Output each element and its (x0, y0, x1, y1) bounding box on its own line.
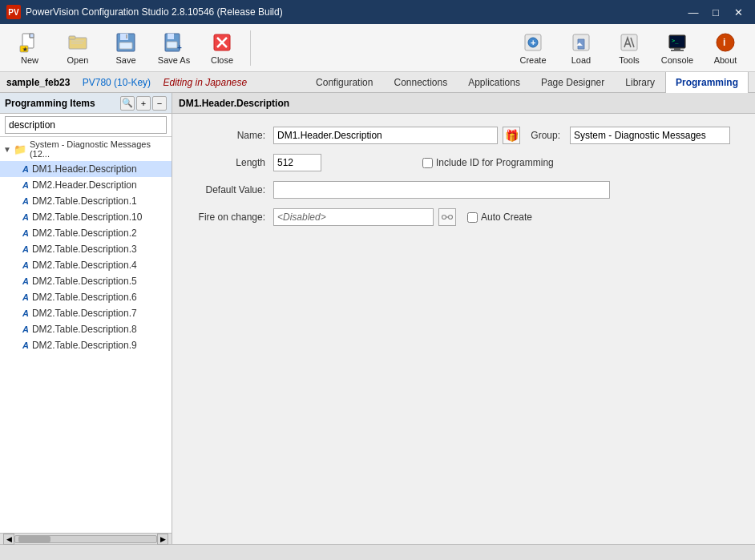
fire-on-change-row: Fire on change: Auto Create (185, 208, 742, 226)
search-panel-button[interactable]: 🔍 (120, 96, 135, 111)
default-value-row: Default Value: (185, 181, 742, 199)
tab-page-designer[interactable]: Page Designer (531, 72, 615, 93)
editing-label: Editing in Japanese (163, 77, 247, 88)
item-label: DM2.Table.Description.10 (32, 212, 142, 223)
search-input[interactable] (5, 116, 167, 134)
item-icon: A (22, 164, 29, 174)
item-label: DM2.Table.Description.9 (32, 340, 137, 351)
svg-rect-4 (69, 36, 75, 39)
tab-applications[interactable]: Applications (458, 72, 531, 93)
list-item[interactable]: A DM2.Table.Description.7 (0, 305, 172, 321)
include-id-checkbox[interactable] (422, 158, 433, 168)
name-gift-button[interactable]: 🎁 (503, 127, 520, 144)
default-value-input[interactable] (273, 181, 610, 199)
tab-library[interactable]: Library (615, 72, 665, 93)
scroll-right-button[interactable]: ▶ (157, 534, 168, 545)
item-icon: A (22, 212, 29, 222)
close-icon (211, 31, 233, 54)
title-bar-left: PV PowerVision Configuration Studio 2.8.… (6, 5, 283, 19)
item-label: DM2.Header.Description (32, 179, 137, 191)
left-panel-toolbar: 🔍 + − (120, 96, 167, 111)
window-close-button[interactable]: ✕ (728, 4, 749, 20)
left-panel: Programming Items 🔍 + − ▼ 📁 System - Dia… (0, 93, 172, 544)
tab-programming[interactable]: Programming (665, 72, 749, 93)
nav-bar: sample_feb23 PV780 (10-Key) Editing in J… (0, 72, 755, 93)
programming-items-title: Programming Items (5, 98, 120, 109)
item-label: DM2.Table.Description.3 (32, 244, 137, 255)
detail-header-title: DM1.Header.Description (179, 98, 289, 109)
pv-model: PV780 (10-Key) (83, 77, 151, 88)
new-icon: ★ (18, 31, 41, 54)
save-label: Save (115, 55, 135, 65)
nav-left: sample_feb23 PV780 (10-Key) Editing in J… (6, 77, 305, 88)
svg-rect-10 (126, 34, 127, 38)
tab-connections[interactable]: Connections (383, 72, 458, 93)
title-bar-controls: — □ ✕ (683, 4, 749, 20)
open-icon (67, 31, 89, 54)
svg-text:+: + (531, 38, 535, 47)
name-input[interactable] (273, 127, 498, 144)
saveas-icon: + (163, 31, 185, 54)
tree-expand-icon: ▼ (3, 145, 11, 154)
list-item[interactable]: A DM2.Table.Description.8 (0, 321, 172, 337)
fire-on-change-input[interactable] (273, 208, 434, 226)
item-label: DM1.Header.Description (32, 163, 137, 175)
list-item[interactable]: A DM2.Table.Description.10 (0, 209, 172, 225)
svg-point-32 (449, 216, 453, 220)
auto-create-row: Auto Create (467, 212, 532, 223)
group-input[interactable] (570, 127, 730, 144)
list-item[interactable]: A DM2.Table.Description.4 (0, 257, 172, 273)
list-item[interactable]: A DM2.Table.Description.9 (0, 337, 172, 353)
scrollbar-thumb (18, 536, 50, 542)
horizontal-scrollbar[interactable] (14, 535, 157, 543)
about-label: About (714, 55, 737, 65)
item-icon: A (22, 340, 29, 350)
list-item[interactable]: A DM2.Header.Description (0, 177, 172, 193)
list-item[interactable]: A DM1.Header.Description (0, 161, 172, 177)
minimize-button[interactable]: — (683, 4, 704, 20)
svg-text:★: ★ (22, 46, 28, 52)
about-button[interactable]: i About (702, 27, 749, 69)
item-icon: A (22, 324, 29, 334)
list-item[interactable]: A DM2.Table.Description.3 (0, 241, 172, 257)
length-input[interactable] (273, 154, 321, 171)
console-button[interactable]: >_ Console (654, 27, 700, 69)
fire-connect-button[interactable] (438, 208, 456, 226)
list-item[interactable]: A DM2.Table.Description.6 (0, 289, 172, 305)
close-toolbar-button[interactable]: Close (199, 27, 245, 69)
length-field: Include ID for Programming (273, 154, 742, 171)
svg-rect-13 (167, 42, 177, 48)
name-row: Name: 🎁 Group: (185, 127, 742, 144)
auto-create-checkbox[interactable] (467, 212, 478, 223)
tools-button[interactable]: Tools (606, 27, 652, 69)
create-button[interactable]: + Create (510, 27, 556, 69)
save-as-button[interactable]: + Save As (151, 27, 197, 69)
item-label: DM2.Table.Description.2 (32, 228, 137, 239)
create-label: Create (519, 55, 546, 65)
list-item[interactable]: A DM2.Table.Description.5 (0, 273, 172, 289)
right-panel: DM1.Header.Description Name: 🎁 Group: Le… (172, 93, 755, 544)
open-button[interactable]: Open (55, 27, 101, 69)
list-item[interactable]: A DM2.Table.Description.2 (0, 225, 172, 241)
toolbar-separator (250, 30, 251, 66)
add-item-button[interactable]: + (136, 96, 151, 111)
save-button[interactable]: Save (103, 27, 149, 69)
item-icon: A (22, 196, 29, 206)
file-name: sample_feb23 (6, 77, 70, 88)
scroll-left-button[interactable]: ◀ (3, 534, 14, 545)
length-label: Length (185, 157, 273, 168)
name-field: 🎁 Group: (273, 127, 742, 144)
load-button[interactable]: Load (558, 27, 604, 69)
remove-item-button[interactable]: − (152, 96, 167, 111)
left-panel-header: Programming Items 🔍 + − (0, 93, 172, 114)
maximize-button[interactable]: □ (705, 4, 726, 20)
tree-group-header[interactable]: ▼ 📁 System - Diagnostic Messages (12... (0, 137, 172, 161)
app-logo: PV (6, 5, 21, 19)
list-item[interactable]: A DM2.Table.Description.1 (0, 193, 172, 209)
item-label: DM2.Table.Description.8 (32, 324, 137, 335)
new-button[interactable]: ★ New (6, 27, 53, 69)
about-icon: i (714, 31, 737, 54)
svg-point-31 (442, 216, 446, 220)
tab-configuration[interactable]: Configuration (305, 72, 383, 93)
include-id-label: Include ID for Programming (436, 157, 554, 168)
